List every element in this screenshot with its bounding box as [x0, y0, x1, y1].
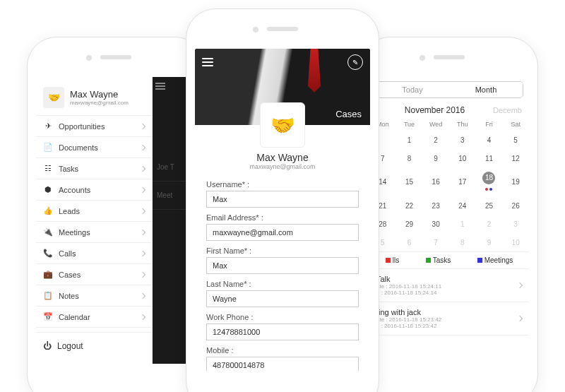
username-input[interactable]: [206, 191, 359, 208]
menu-icon: 📋: [43, 291, 53, 300]
event-row[interactable]: ting with jackate : 2016-11-18 15:23:42e…: [369, 302, 529, 335]
sidebar-item-calendar[interactable]: 📅Calendar: [36, 307, 152, 328]
firstname-input[interactable]: [206, 257, 359, 274]
calendar-day[interactable]: 30: [422, 215, 449, 233]
calendar-day[interactable]: 12: [502, 149, 529, 167]
sidebar-item-opportunities[interactable]: ✈Opportunities: [36, 116, 152, 137]
menu-icon: 💼: [43, 270, 53, 279]
phone-right-frame: Today Month November 2016 Decemb MonTueW…: [360, 37, 538, 392]
profile-name: Max Wayne: [195, 152, 370, 163]
green-square-icon: [426, 258, 431, 263]
calendar-day[interactable]: 10: [449, 149, 476, 167]
red-tie-graphic: [308, 49, 321, 93]
left-screen: 🤝 Max Wayne maxwayne@gmail.com ✈Opportun…: [36, 77, 196, 364]
menu-label: Opportunities: [59, 122, 105, 131]
sidebar-item-calls[interactable]: 📞Calls: [36, 243, 152, 264]
menu-icon: ☷: [43, 164, 53, 173]
calendar-day[interactable]: 1: [396, 131, 423, 149]
legend-meetings: Meetings: [484, 256, 513, 264]
seg-today[interactable]: Today: [376, 82, 449, 97]
sidebar-item-documents[interactable]: 📄Documents: [36, 137, 152, 158]
menu-label: Cases: [59, 271, 81, 279]
calendar-day[interactable]: 19: [502, 167, 529, 196]
calendar-day[interactable]: 18: [476, 167, 503, 196]
menu-label: Meetings: [59, 228, 90, 237]
calendar-day[interactable]: 22: [396, 196, 423, 215]
chevron-right-icon: [140, 314, 145, 319]
sidebar-item-accounts[interactable]: ⬢Accounts: [36, 179, 152, 201]
profile-email: maxwayne@gmail.com: [195, 163, 370, 170]
firstname-label: First Name* :: [206, 247, 359, 255]
calendar-day[interactable]: 8: [396, 149, 423, 167]
menu-icon: 📄: [43, 143, 53, 152]
workphone-input[interactable]: [206, 323, 359, 340]
calendar-day[interactable]: 26: [502, 196, 529, 215]
menu-icon: 👍: [43, 206, 53, 215]
mobile-input[interactable]: [206, 357, 359, 371]
email-input[interactable]: [206, 224, 359, 241]
hamburger-icon[interactable]: [202, 56, 213, 69]
event-time: e : 2016-11-18 15:24:14: [376, 290, 522, 296]
calendar-day[interactable]: 24: [449, 196, 476, 215]
calendar-day[interactable]: 9: [422, 149, 449, 167]
calendar-day[interactable]: 23: [422, 196, 449, 215]
pencil-icon: ✎: [352, 59, 358, 66]
sidebar-item-cases[interactable]: 💼Cases: [36, 264, 152, 285]
profile-email: maxwayne@gmail.com: [70, 100, 129, 106]
hamburger-icon[interactable]: [155, 81, 165, 91]
chevron-right-icon: [140, 144, 145, 150]
calendar-day[interactable]: 25: [476, 196, 503, 215]
calendar-day[interactable]: 1: [449, 215, 476, 233]
next-month[interactable]: Decemb: [493, 106, 522, 114]
phone-center-frame: ✎ Cases 🤝 Max Wayne maxwayne@gmail.com U…: [186, 8, 379, 392]
calendar-day[interactable]: 29: [396, 215, 423, 233]
calendar-day[interactable]: 2: [476, 215, 503, 233]
event-title: Talk: [376, 275, 522, 283]
calendar-day[interactable]: 6: [396, 233, 423, 251]
calendar-day[interactable]: 2: [422, 131, 449, 149]
calendar-day[interactable]: 5: [502, 131, 529, 149]
calendar-day[interactable]: 7: [422, 233, 449, 251]
sidebar-item-notes[interactable]: 📋Notes: [36, 285, 152, 307]
calendar-day[interactable]: 17: [449, 167, 476, 196]
menu-label: Calendar: [59, 313, 90, 321]
sidebar-item-tasks[interactable]: ☷Tasks: [36, 158, 152, 179]
drawer-profile[interactable]: 🤝 Max Wayne maxwayne@gmail.com: [36, 77, 152, 116]
sidebar-item-leads[interactable]: 👍Leads: [36, 201, 152, 222]
right-screen: Today Month November 2016 Decemb MonTueW…: [369, 77, 529, 364]
calendar-day[interactable]: 8: [449, 233, 476, 251]
side-drawer: 🤝 Max Wayne maxwayne@gmail.com ✈Opportun…: [36, 77, 153, 364]
menu-icon: 🔌: [43, 227, 53, 237]
email-label: Email Address* :: [206, 213, 359, 222]
sidebar-item-meetings[interactable]: 🔌Meetings: [36, 222, 152, 243]
event-time: ate : 2016-11-18 15:23:42: [376, 316, 522, 323]
calendar-day[interactable]: 16: [422, 167, 449, 196]
chevron-right-icon: [140, 165, 145, 171]
menu-label: Tasks: [59, 165, 78, 173]
calendar-day[interactable]: 4: [476, 131, 503, 149]
calendar-day[interactable]: 3: [502, 215, 529, 233]
calendar-day[interactable]: 11: [476, 149, 503, 167]
menu-label: Accounts: [59, 186, 90, 194]
power-icon: ⏻: [43, 341, 52, 351]
lastname-input[interactable]: [206, 290, 359, 307]
chevron-right-icon: [140, 250, 145, 256]
menu-label: Documents: [59, 143, 98, 152]
calendar-day[interactable]: 3: [449, 131, 476, 149]
calendar-day[interactable]: 15: [396, 167, 423, 196]
logout-row[interactable]: ⏻ Logout: [36, 332, 152, 360]
seg-month[interactable]: Month: [449, 82, 523, 97]
edit-button[interactable]: ✎: [347, 54, 363, 70]
calendar-day[interactable]: 10: [502, 233, 529, 251]
calendar-day[interactable]: 9: [476, 233, 503, 251]
menu-label: Calls: [59, 249, 76, 258]
handshake-icon: 🤝: [43, 87, 64, 108]
event-time: e : 2016-11-18 15:23:42: [376, 323, 522, 329]
menu-icon: ⬢: [43, 185, 53, 194]
chevron-right-icon: [140, 208, 145, 213]
event-row[interactable]: Talkate : 2016-11-18 15:24:11e : 2016-11…: [369, 269, 529, 302]
menu-icon: 📅: [43, 312, 53, 321]
segmented-control[interactable]: Today Month: [375, 81, 523, 98]
menu-label: Notes: [59, 292, 79, 300]
camera-dot: [253, 27, 258, 32]
